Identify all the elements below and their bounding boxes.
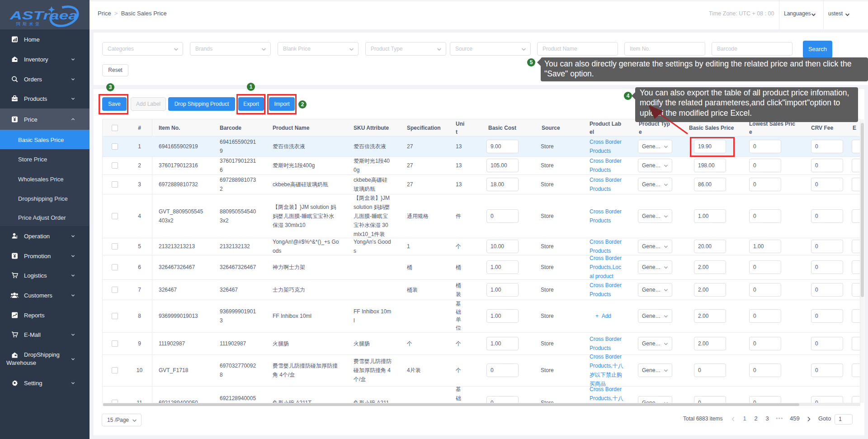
svg-text:阿斯米亚: 阿斯米亚 [16, 21, 42, 26]
svg-text:ASTraea: ASTraea [9, 9, 78, 22]
